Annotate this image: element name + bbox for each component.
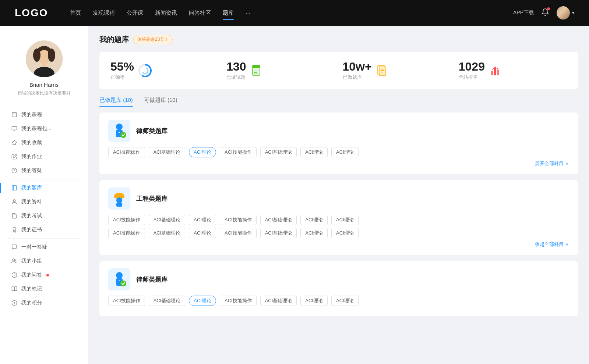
- tag-1-2[interactable]: ACI理论: [189, 147, 216, 157]
- points-icon: [11, 300, 18, 306]
- tag-2b-4[interactable]: ACI基础理论: [260, 228, 297, 238]
- tag-3-0[interactable]: ACI技能操作: [108, 296, 145, 306]
- tag-3-4[interactable]: ACI基础理论: [260, 296, 297, 306]
- star-icon: [11, 139, 18, 146]
- tab-available-banks[interactable]: 可做题库 (10): [144, 97, 177, 107]
- nav-qa[interactable]: 问答社区: [189, 8, 211, 18]
- notification-bell-button[interactable]: [541, 8, 549, 18]
- tag-2b-1[interactable]: ACI基础理论: [149, 228, 186, 238]
- profile-section: Brian Harris 错误的决定比没有决定要好: [0, 37, 88, 104]
- tag-2-6[interactable]: ACI理论: [331, 215, 359, 225]
- book-icon: [376, 64, 389, 77]
- svg-point-18: [13, 227, 16, 230]
- tags-row-1: ACI技能操作 ACI基础理论 ACI理论 ACI技能操作 ACI基础理论 AC…: [108, 147, 569, 157]
- svg-rect-9: [12, 126, 17, 130]
- tag-2b-2[interactable]: ACI理论: [189, 228, 216, 238]
- tag-2b-3[interactable]: ACI技能操作: [220, 228, 257, 238]
- course-pack-icon: [11, 125, 18, 132]
- svg-point-51: [120, 281, 126, 286]
- sidebar-item-my-qa[interactable]: 我的问答: [0, 268, 88, 282]
- page-title: 我的题库: [99, 35, 129, 44]
- ranking-value: 1029: [459, 61, 485, 72]
- nav-news[interactable]: 新闻资讯: [155, 8, 177, 18]
- sidebar-item-exam[interactable]: 我的考试: [0, 209, 88, 223]
- profile-icon: [11, 199, 18, 205]
- logo[interactable]: LOGO: [15, 7, 48, 19]
- bank-title-2: 工程类题库: [136, 195, 167, 203]
- sidebar-separator-1: [7, 179, 81, 179]
- nav-open-course[interactable]: 公开课: [127, 8, 143, 18]
- tag-2-1[interactable]: ACI基础理论: [149, 215, 186, 225]
- svg-rect-40: [497, 69, 499, 75]
- expand-button-1[interactable]: 展开全部科目 ∨: [108, 160, 569, 167]
- bank-card-header-3: 律师类题库: [108, 268, 569, 290]
- notes-icon: [11, 286, 18, 292]
- sidebar-item-question-bank[interactable]: 我的题库: [0, 181, 88, 195]
- sidebar-item-my-course[interactable]: 我的课程: [0, 108, 88, 122]
- avatar: [557, 6, 570, 19]
- tag-2-5[interactable]: ACI理论: [300, 215, 328, 225]
- svg-rect-7: [12, 113, 17, 117]
- sidebar-item-profile[interactable]: 我的资料: [0, 195, 88, 209]
- user-avatar-button[interactable]: ▾: [557, 6, 574, 19]
- my-qa-icon: [11, 272, 18, 278]
- tag-3-6[interactable]: ACI理论: [331, 296, 359, 306]
- tags-row-2b: ACI技能操作 ACI基础理论 ACI理论 ACI技能操作 ACI基础理论 AC…: [108, 228, 569, 238]
- qa-notification-dot: [46, 274, 49, 276]
- tag-2b-6[interactable]: ACI理论: [331, 228, 359, 238]
- stat-accuracy: 55% 正确率: [110, 61, 219, 81]
- svg-point-41: [494, 67, 495, 68]
- tag-1-1[interactable]: ACI基础理论: [149, 147, 186, 157]
- sidebar-item-points[interactable]: 我的积分: [0, 296, 88, 310]
- tag-3-2[interactable]: ACI理论: [189, 296, 216, 306]
- sidebar-item-one-on-one[interactable]: 一对一答疑: [0, 240, 88, 254]
- sidebar-item-qa[interactable]: 我的答疑: [0, 164, 88, 178]
- tag-2-3[interactable]: ACI技能操作: [220, 215, 257, 225]
- nav-discover[interactable]: 发现课程: [93, 8, 115, 18]
- tag-1-0[interactable]: ACI技能操作: [108, 147, 145, 157]
- done-banks-label: 已做题库: [343, 74, 372, 81]
- sidebar-item-notes[interactable]: 我的笔记: [0, 282, 88, 296]
- sidebar-item-course-pack[interactable]: 我的课程包...: [0, 122, 88, 136]
- collapse-button[interactable]: 收起全部科目 ∧: [108, 241, 569, 248]
- tag-1-5[interactable]: ACI理论: [300, 147, 328, 157]
- sidebar-item-certificate[interactable]: 我的证书: [0, 223, 88, 237]
- tag-2-2[interactable]: ACI理论: [189, 215, 216, 225]
- notification-dot: [547, 7, 550, 10]
- accuracy-label: 正确率: [110, 74, 134, 81]
- nav-home[interactable]: 首页: [70, 8, 81, 18]
- tag-1-4[interactable]: ACI基础理论: [260, 147, 297, 157]
- tag-3-1[interactable]: ACI基础理论: [149, 296, 186, 306]
- tag-2-0[interactable]: ACI技能操作: [108, 215, 145, 225]
- tag-1-3[interactable]: ACI技能操作: [220, 147, 257, 157]
- svg-rect-34: [379, 67, 386, 76]
- sidebar-item-homework[interactable]: 我的作业: [0, 150, 88, 164]
- sidebar-label-my-qa: 我的问答: [21, 272, 42, 278]
- tag-2b-0[interactable]: ACI技能操作: [108, 228, 145, 238]
- tab-done-banks[interactable]: 已做题库 (10): [99, 97, 133, 107]
- nav-more[interactable]: ···: [246, 8, 250, 18]
- homework-icon: [11, 153, 18, 160]
- tag-3-3[interactable]: ACI技能操作: [220, 296, 257, 306]
- tag-3-5[interactable]: ACI理论: [300, 296, 328, 306]
- profile-avatar: [26, 40, 63, 77]
- sidebar-label-certificate: 我的证书: [21, 226, 42, 233]
- sidebar: Brian Harris 错误的决定比没有决定要好 我的课程 我的课程包...: [0, 26, 88, 364]
- profile-name: Brian Harris: [29, 82, 59, 88]
- app-download-button[interactable]: APP下载: [513, 10, 534, 16]
- stat-done-questions: 130 已做试题: [219, 61, 335, 81]
- sidebar-item-group[interactable]: 我的小组: [0, 254, 88, 268]
- nav-question-bank[interactable]: 题库: [223, 8, 234, 18]
- sidebar-label-group: 我的小组: [21, 258, 42, 264]
- nav: 首页 发现课程 公开课 新闻资讯 问答社区 题库 ···: [70, 8, 513, 18]
- sidebar-label-qa: 我的答疑: [21, 167, 42, 174]
- tag-2b-5[interactable]: ACI理论: [300, 228, 328, 238]
- header: LOGO 首页 发现课程 公开课 新闻资讯 问答社区 题库 ··· APP下载 …: [0, 0, 589, 26]
- sidebar-label-one-on-one: 一对一答疑: [21, 244, 47, 250]
- engineer-icon: [108, 188, 130, 210]
- profile-bio: 错误的决定比没有决定要好: [18, 90, 71, 96]
- tag-1-6[interactable]: ACI理论: [331, 147, 359, 157]
- svg-point-17: [13, 200, 15, 201]
- sidebar-item-favorites[interactable]: 我的收藏: [0, 136, 88, 150]
- tag-2-4[interactable]: ACI基础理论: [260, 215, 297, 225]
